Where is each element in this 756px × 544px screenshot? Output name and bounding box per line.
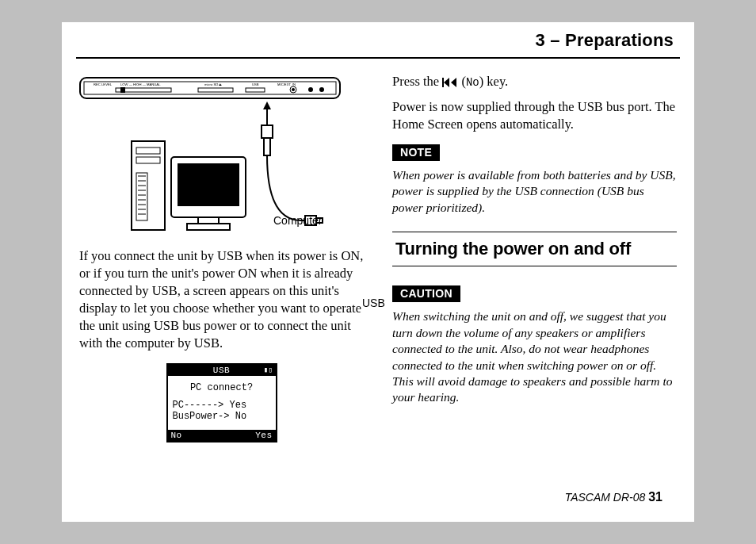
left-column: REC LEVEL LOW — HIGH — MANUAL micro SD ⏏… bbox=[79, 73, 364, 442]
svg-text:REC LEVEL: REC LEVEL bbox=[94, 82, 113, 86]
svg-rect-8 bbox=[120, 87, 125, 93]
lcd-footer: No Yes bbox=[168, 430, 276, 441]
computer-label: Computer bbox=[273, 214, 322, 227]
svg-text:USB: USB bbox=[252, 82, 259, 86]
press-key-line: Press the (No) key. bbox=[392, 73, 677, 90]
lcd-line-buspower: BusPower-> No bbox=[173, 411, 271, 422]
svg-point-14 bbox=[319, 87, 324, 92]
lcd-title-bar: USB ▮▯ bbox=[168, 365, 276, 376]
svg-text:LOW — HIGH — MANUAL: LOW — HIGH — MANUAL bbox=[120, 82, 161, 86]
caution-text: When switching the unit on and off, we s… bbox=[392, 308, 677, 406]
page-header: 3 – Preparations bbox=[76, 22, 680, 59]
chapter-title: 3 – Preparations bbox=[536, 30, 674, 50]
svg-rect-22 bbox=[136, 147, 160, 154]
svg-rect-23 bbox=[136, 157, 160, 163]
svg-rect-35 bbox=[178, 163, 239, 206]
svg-point-12 bbox=[292, 88, 295, 91]
recorder-top-view-icon: REC LEVEL LOW — HIGH — MANUAL micro SD ⏏… bbox=[79, 73, 341, 105]
two-column-layout: REC LEVEL LOW — HIGH — MANUAL micro SD ⏏… bbox=[62, 73, 694, 442]
section-heading-rule: Turning the power on and off bbox=[392, 232, 677, 266]
right-paragraph-2: Power is now supplied through the USB bu… bbox=[392, 98, 677, 133]
svg-rect-24 bbox=[136, 173, 147, 220]
lcd-title: USB bbox=[213, 366, 230, 375]
lcd-screenshot: USB ▮▯ PC connect? PC------> Yes BusPowe… bbox=[166, 363, 277, 442]
caution-badge: CAUTION bbox=[392, 285, 460, 302]
svg-marker-16 bbox=[263, 102, 271, 109]
svg-rect-37 bbox=[187, 224, 230, 230]
note-badge: NOTE bbox=[392, 144, 440, 161]
lcd-footer-yes: Yes bbox=[255, 431, 272, 440]
manual-page: 3 – Preparations REC LEVEL LOW — HIGH — … bbox=[62, 22, 694, 522]
svg-rect-17 bbox=[262, 125, 273, 138]
footer-product: TASCAM DR-08 bbox=[565, 491, 646, 504]
rewind-key-icon bbox=[442, 78, 458, 87]
svg-text:MIC/EXT. IN: MIC/EXT. IN bbox=[277, 82, 296, 86]
svg-text:micro SD ⏏: micro SD ⏏ bbox=[204, 82, 222, 86]
lcd-line-pc: PC------> Yes bbox=[173, 400, 271, 411]
note-text: When power is available from both batter… bbox=[392, 167, 677, 216]
svg-marker-40 bbox=[451, 78, 456, 87]
footer-page-number: 31 bbox=[648, 490, 662, 504]
page-footer: TASCAM DR-08 31 bbox=[565, 490, 662, 504]
press-paren-close: ) key. bbox=[479, 74, 509, 89]
press-pre-text: Press the bbox=[392, 74, 442, 89]
left-paragraph-1: If you connect the unit by USB when its … bbox=[79, 247, 364, 352]
svg-marker-39 bbox=[444, 78, 449, 87]
svg-point-13 bbox=[308, 87, 313, 92]
section-heading: Turning the power on and off bbox=[395, 239, 674, 259]
key-no-symbol: No bbox=[466, 76, 479, 89]
svg-rect-18 bbox=[264, 138, 270, 155]
lcd-body: PC connect? PC------> Yes BusPower-> No bbox=[168, 376, 276, 430]
svg-rect-36 bbox=[198, 217, 219, 224]
usb-label: USB bbox=[362, 297, 385, 309]
connection-diagram: REC LEVEL LOW — HIGH — MANUAL micro SD ⏏… bbox=[79, 73, 364, 239]
lcd-question: PC connect? bbox=[173, 382, 271, 393]
svg-rect-38 bbox=[442, 78, 444, 87]
right-column: Press the (No) key. Power is now supplie… bbox=[392, 73, 677, 442]
lcd-footer-no: No bbox=[171, 431, 182, 440]
battery-icon: ▮▯ bbox=[264, 366, 273, 374]
